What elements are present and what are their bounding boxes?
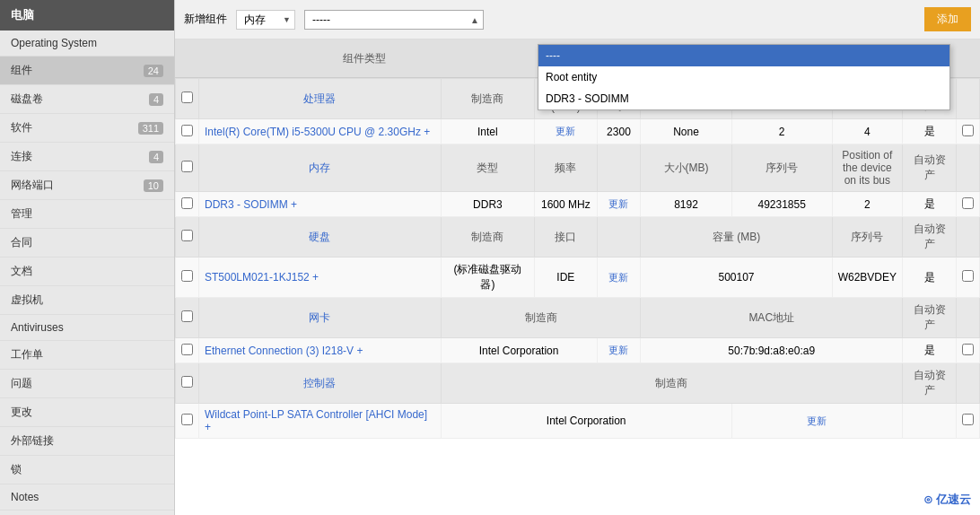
nic-mac: 50:7b:9d:a8:e0:a9 — [641, 338, 903, 363]
memory-name-link[interactable]: DDR3 - SODIMM — [205, 198, 288, 211]
controller-check-header — [957, 363, 980, 404]
disk-update-link[interactable]: 更新 — [608, 272, 628, 283]
table-row: DDR3 - SODIMM + DDR3 1600 MHz 更新 8192 49… — [176, 192, 980, 217]
disk-add-icon[interactable]: + — [312, 271, 319, 284]
disk-capacity: 500107 — [641, 258, 832, 298]
entity-option-blank[interactable]: ---- — [538, 45, 949, 66]
memory-row-checkbox[interactable] — [181, 197, 193, 209]
sidebar-item-work-orders[interactable]: 工作单 — [0, 341, 174, 370]
memory-serial-header: 序列号 — [731, 144, 832, 192]
disk-serial: W62BVDEY — [832, 258, 902, 298]
controller-add-icon[interactable]: + — [205, 421, 211, 433]
entity-input-wrapper[interactable]: ▲ ---- Root entity DDR3 - SODIMM — [304, 10, 484, 30]
memory-auto-header: 自动资产 — [903, 144, 957, 192]
sidebar-item-operating-system[interactable]: Operating System — [0, 31, 174, 57]
nic-mac-header: MAC地址 — [641, 298, 903, 338]
entity-input[interactable] — [304, 10, 484, 30]
sidebar-item-disk-volumes[interactable]: 磁盘卷 4 — [0, 85, 174, 114]
nic-section-header: 网卡 制造商 MAC地址 自动资产 — [176, 298, 980, 338]
disk-is: 是 — [903, 258, 957, 298]
sidebar-item-label: 软件 — [11, 120, 32, 135]
type-dropdown-wrapper[interactable]: 内存 处理器 硬盘 网卡 控制器 — [236, 10, 295, 30]
sidebar-item-label: 文档 — [11, 264, 32, 279]
disk-manufacturer: (标准磁盘驱动器) — [441, 258, 534, 298]
memory-row-check2[interactable] — [962, 197, 974, 209]
table-row: Ethernet Connection (3) I218-V + Intel C… — [176, 338, 980, 363]
sidebar-item-software[interactable]: 软件 311 — [0, 114, 174, 143]
main-content: 新增组件 内存 处理器 硬盘 网卡 控制器 ▲ ---- Root entity… — [175, 0, 980, 515]
sidebar-item-label: Notes — [11, 491, 39, 503]
sidebar-item-label: 更改 — [11, 405, 32, 420]
disk-row-checkbox[interactable] — [181, 270, 193, 282]
sidebar-item-label: 磁盘卷 — [11, 92, 43, 107]
entity-option-root[interactable]: Root entity — [538, 66, 949, 88]
sidebar-badge-connections: 4 — [149, 151, 163, 163]
controller-section-title: 控制器 — [199, 363, 442, 404]
sidebar-item-management[interactable]: 管理 — [0, 200, 174, 229]
nic-manufacturer: Intel Corporation — [441, 338, 597, 363]
global-component-type-header: 组件类型 — [205, 51, 524, 66]
memory-add-icon[interactable]: + — [291, 198, 297, 211]
nic-add-icon[interactable]: + — [356, 345, 363, 357]
sidebar-item-network-ports[interactable]: 网络端口 10 — [0, 171, 174, 200]
processor-name-link[interactable]: Intel(R) Core(TM) i5-5300U CPU @ 2.30GHz — [205, 126, 421, 138]
disk-check-header — [957, 217, 980, 258]
entity-option-ddr3[interactable]: DDR3 - SODIMM — [538, 88, 949, 109]
nic-row-checkbox[interactable] — [181, 344, 193, 355]
memory-section-header: 内存 类型 频率 大小(MB) 序列号 Position of the devi… — [176, 144, 980, 192]
memory-section-checkbox[interactable] — [181, 161, 193, 172]
nic-manufacturer-header: 制造商 — [441, 298, 641, 338]
processor-add-icon[interactable]: + — [424, 126, 430, 138]
controller-name-link[interactable]: Wildcat Point-LP SATA Controller [AHCI M… — [205, 408, 427, 421]
nic-section-checkbox[interactable] — [181, 310, 193, 322]
nic-section-title: 网卡 — [199, 298, 442, 338]
nic-row-check2[interactable] — [962, 344, 974, 355]
controller-row-checkbox[interactable] — [181, 414, 193, 425]
controller-row-check2[interactable] — [962, 414, 974, 425]
entity-dropdown-arrow: ▲ — [470, 14, 479, 24]
sidebar-header: 电脑 — [0, 0, 174, 31]
memory-type-header: 类型 — [441, 144, 534, 192]
sidebar-item-problems[interactable]: 问题 — [0, 370, 174, 398]
controller-manufacturer: Intel Corporation — [441, 404, 731, 439]
memory-freq-header: 频率 — [535, 144, 597, 192]
sidebar-item-antiviruses[interactable]: Antiviruses — [0, 315, 174, 341]
sidebar-item-notes[interactable]: Notes — [0, 484, 174, 511]
processor-update-link[interactable]: 更新 — [556, 126, 575, 136]
disk-manufacturer-header: 制造商 — [441, 217, 534, 258]
processor-row-checkbox[interactable] — [181, 125, 193, 136]
disk-name-link[interactable]: ST500LM021-1KJ152 — [205, 271, 310, 284]
memory-update-header — [597, 144, 641, 192]
disk-section-checkbox[interactable] — [181, 230, 193, 241]
processor-check-header — [957, 79, 980, 119]
processor-section-checkbox[interactable] — [181, 92, 193, 103]
sidebar-item-changes[interactable]: 更改 — [0, 398, 174, 427]
sidebar-item-label: 连接 — [11, 149, 32, 164]
controller-section-checkbox[interactable] — [181, 376, 193, 388]
sidebar-item-components[interactable]: 组件 24 — [0, 57, 174, 85]
processor-cores: 2 — [731, 119, 832, 144]
processor-is: 是 — [903, 119, 957, 144]
processor-row-check2[interactable] — [962, 125, 974, 136]
sidebar-item-virtual-machines[interactable]: 虚拟机 — [0, 286, 174, 315]
memory-update-link[interactable]: 更新 — [608, 198, 628, 209]
sidebar-item-documents[interactable]: 文档 — [0, 258, 174, 286]
controller-auto-header: 自动资产 — [903, 363, 957, 404]
sidebar-item-contracts[interactable]: 合同 — [0, 229, 174, 258]
nic-update-link[interactable]: 更新 — [608, 345, 628, 355]
sidebar-item-connections[interactable]: 连接 4 — [0, 143, 174, 171]
type-dropdown[interactable]: 内存 处理器 硬盘 网卡 控制器 — [236, 10, 295, 30]
disk-section-title: 硬盘 — [199, 217, 442, 258]
memory-type: DDR3 — [441, 192, 534, 217]
controller-manufacturer-header: 制造商 — [441, 363, 902, 404]
nic-check-header — [957, 298, 980, 338]
add-button[interactable]: 添加 — [924, 7, 971, 31]
sidebar-item-external-links[interactable]: 外部链接 — [0, 427, 174, 456]
controller-update-link[interactable]: 更新 — [807, 415, 827, 426]
nic-name-link[interactable]: Ethernet Connection (3) I218-V — [205, 345, 354, 357]
table-row: ST500LM021-1KJ152 + (标准磁盘驱动器) IDE 更新 500… — [176, 258, 980, 298]
disk-section-header: 硬盘 制造商 接口 容量 (MB) 序列号 自动资产 — [176, 217, 980, 258]
sidebar-item-lock[interactable]: 锁 — [0, 456, 174, 484]
disk-row-check2[interactable] — [962, 270, 974, 282]
disk-auto-header: 自动资产 — [903, 217, 957, 258]
